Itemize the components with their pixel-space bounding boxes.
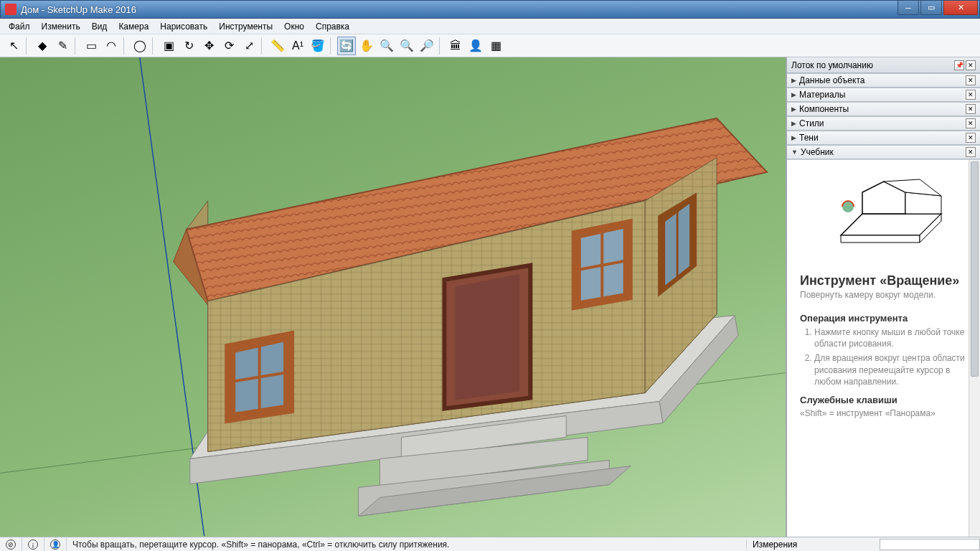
panel-close-icon[interactable]: ✕	[966, 118, 976, 128]
menu-camera[interactable]: Камера	[113, 19, 154, 34]
panel-close-icon[interactable]: ✕	[966, 90, 976, 100]
instructor-subtitle: Повернуть камеру вокруг модели.	[800, 290, 970, 300]
followme-tool[interactable]: ↻	[179, 37, 198, 55]
status-hint: Чтобы вращать, перетащите курсор. «Shift…	[67, 540, 746, 550]
eraser-tool[interactable]: ◆	[33, 37, 52, 55]
tray-pin-icon[interactable]: 📌	[954, 60, 964, 70]
status-geo-icon[interactable]: ⊘	[0, 537, 22, 551]
pushpull-tool[interactable]: ▣	[159, 37, 178, 55]
paint-tool[interactable]: 🪣	[308, 37, 327, 55]
svg-marker-17	[455, 274, 519, 400]
instructor-op-heading: Операция инструмента	[800, 313, 970, 324]
menu-help[interactable]: Справка	[310, 19, 355, 34]
viewport-3d[interactable]	[0, 57, 786, 537]
app-icon	[5, 4, 17, 15]
zoom-tool[interactable]: 🔍	[377, 37, 396, 55]
panel-close-icon[interactable]: ✕	[966, 104, 976, 114]
instructor-keys: «Shift» = инструмент «Панорама»	[800, 408, 970, 418]
minimize-button[interactable]: ─	[897, 1, 919, 15]
status-credits-icon[interactable]: ¡	[22, 537, 44, 551]
pan-tool[interactable]: ✋	[357, 37, 376, 55]
menu-window[interactable]: Окно	[278, 19, 310, 34]
maximize-button[interactable]: ▭	[920, 1, 942, 15]
zoom-extents-tool[interactable]: 🔍	[397, 37, 416, 55]
measurements-input[interactable]	[880, 539, 980, 550]
instructor-keys-heading: Служебные клавиши	[800, 395, 970, 405]
zoom-window-tool[interactable]: 🔎	[418, 37, 436, 55]
panel-head-3[interactable]: ▶Стили✕	[787, 116, 980, 131]
tray-scrollbar[interactable]	[969, 160, 980, 537]
panel-close-icon[interactable]: ✕	[966, 147, 976, 157]
tray-title: Лоток по умолчанию	[791, 60, 873, 70]
panel-head-2[interactable]: ▶Компоненты✕	[787, 102, 980, 116]
orbit-tool[interactable]: 🔄	[337, 37, 356, 55]
panel-head-5[interactable]: ▼Учебник✕	[787, 145, 980, 159]
text-tool[interactable]: A¹	[288, 37, 307, 55]
move-tool[interactable]: ✥	[199, 37, 218, 55]
rectangle-tool[interactable]: ▭	[82, 37, 100, 55]
tray-header[interactable]: Лоток по умолчанию 📌 ✕	[787, 57, 980, 73]
warehouse-tool[interactable]: 🏛	[446, 37, 465, 55]
panel-close-icon[interactable]: ✕	[966, 75, 976, 85]
panel-head-0[interactable]: ▶Данные объекта✕	[787, 73, 980, 88]
panel-close-icon[interactable]: ✕	[966, 133, 976, 143]
menu-file[interactable]: Файл	[3, 19, 36, 34]
scale-tool[interactable]: ⤢	[240, 37, 258, 55]
model-house	[0, 57, 786, 536]
menu-edit[interactable]: Изменить	[36, 19, 86, 34]
instructor-title: Инструмент «Вращение»	[800, 273, 970, 288]
close-button[interactable]: ✕	[943, 1, 978, 15]
status-bar: ⊘ ¡ 👤 Чтобы вращать, перетащите курсор. …	[0, 537, 980, 551]
tape-tool[interactable]: 📏	[268, 37, 287, 55]
rotate-tool[interactable]: ⟳	[220, 37, 238, 55]
panel-head-1[interactable]: ▶Материалы✕	[787, 88, 980, 102]
select-tool[interactable]: ↖	[4, 37, 23, 55]
menu-bar: Файл Изменить Вид Камера Нарисовать Инст…	[0, 19, 980, 34]
panel-head-4[interactable]: ▶Тени✕	[787, 131, 980, 145]
menu-view[interactable]: Вид	[86, 19, 113, 34]
menu-draw[interactable]: Нарисовать	[154, 19, 213, 34]
window-title: Дом - SketchUp Make 2016	[21, 4, 897, 15]
svg-marker-34	[841, 235, 920, 242]
menu-tools[interactable]: Инструменты	[213, 19, 278, 34]
status-measurements: Измерения	[746, 540, 875, 550]
main-toolbar: ↖◆✎▭◠◯▣↻✥⟳⤢📏A¹🪣🔄✋🔍🔍🔎🏛👤▦	[0, 34, 980, 57]
circle-tool[interactable]: ◯	[131, 37, 149, 55]
instructor-panel-body: Инструмент «Вращение» Повернуть камеру в…	[787, 159, 980, 537]
extensions-tool[interactable]: ▦	[486, 37, 505, 55]
status-person-icon[interactable]: 👤	[44, 537, 67, 551]
line-tool[interactable]: ✎	[53, 37, 72, 55]
tray-close-icon[interactable]: ✕	[966, 60, 976, 70]
default-tray: Лоток по умолчанию 📌 ✕ ▶Данные объекта✕▶…	[786, 57, 980, 537]
add-location-tool[interactable]: 👤	[466, 37, 485, 55]
window-titlebar: Дом - SketchUp Make 2016 ─ ▭ ✕	[0, 0, 980, 19]
instructor-steps: Нажмите кнопку мыши в любой точке област…	[800, 326, 970, 387]
arc-tool[interactable]: ◠	[102, 37, 121, 55]
instructor-animation	[787, 160, 980, 268]
